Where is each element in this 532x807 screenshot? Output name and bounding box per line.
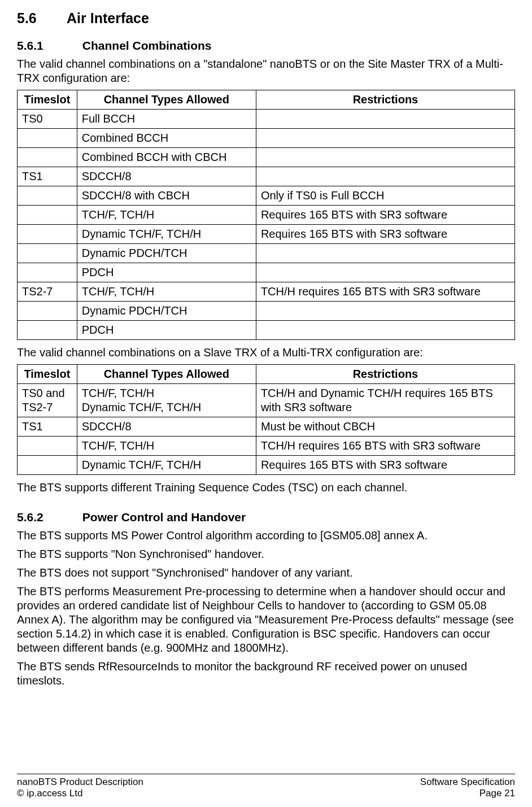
table-cell: [256, 129, 514, 148]
table-cell: Requires 165 BTS with SR3 software: [256, 206, 514, 225]
table-row: PDCH: [18, 321, 515, 340]
table-cell: TS2-7: [18, 282, 77, 302]
subsection-2-number: 5.6.2: [17, 511, 79, 524]
page-footer: nanoBTS Product Description © ip.access …: [17, 774, 515, 799]
subsection-1-mid: The valid channel combinations on a Slav…: [17, 346, 515, 360]
subsection-2-title: Power Control and Handover: [82, 511, 246, 524]
table-cell: [18, 321, 77, 340]
col-restrictions: Restrictions: [256, 90, 514, 110]
table-cell: TS0 and TS2-7: [18, 384, 77, 417]
table-row: Combined BCCH with CBCH: [18, 148, 515, 167]
table-row: PDCH: [18, 263, 515, 282]
table-cell: TCH/F, TCH/H: [77, 437, 256, 456]
table-row: Dynamic PDCH/TCH: [18, 302, 515, 321]
col-timeslot: Timeslot: [18, 365, 77, 384]
table-cell: Dynamic TCH/F, TCH/H: [77, 225, 256, 244]
col-channel-types: Channel Types Allowed: [77, 365, 256, 384]
table-cell: [256, 302, 514, 321]
footer-copyright: © ip.access Ltd: [17, 788, 143, 799]
table-cell: TCH/H requires 165 BTS with SR3 software: [256, 282, 514, 302]
col-restrictions: Restrictions: [256, 365, 514, 384]
table-row: TS1SDCCH/8: [18, 167, 515, 186]
table-cell: SDCCH/8 with CBCH: [77, 186, 256, 206]
subsection-1-heading: 5.6.1 Channel Combinations: [17, 39, 515, 53]
footer-doc-title: nanoBTS Product Description: [17, 777, 143, 788]
table-cell: TCH/F, TCH/H: [77, 282, 256, 302]
table-cell: TCH/H and Dynamic TCH/H requires 165 BTS…: [256, 384, 514, 417]
section-title: Air Interface: [67, 10, 149, 26]
section-number: 5.6: [17, 10, 63, 27]
table-cell: [18, 225, 77, 244]
table-cell: TCH/F, TCH/HDynamic TCH/F, TCH/H: [77, 384, 256, 417]
table-cell: Must be without CBCH: [256, 417, 514, 437]
table-cell: [256, 167, 514, 186]
table-cell: [18, 206, 77, 225]
table-cell: [256, 110, 514, 129]
col-timeslot: Timeslot: [18, 90, 77, 110]
table-cell: Full BCCH: [77, 110, 256, 129]
page-content: 5.6 Air Interface 5.6.1 Channel Combinat…: [17, 10, 515, 774]
subsection-2-heading: 5.6.2 Power Control and Handover: [17, 511, 515, 524]
channel-table-2: Timeslot Channel Types Allowed Restricti…: [17, 364, 515, 475]
subsection-1-intro: The valid channel combinations on a "sta…: [17, 57, 515, 85]
subsection-1-number: 5.6.1: [17, 39, 79, 53]
table-cell: Requires 165 BTS with SR3 software: [256, 456, 514, 475]
table-cell: Combined BCCH with CBCH: [77, 148, 256, 167]
table-cell: Dynamic TCH/F, TCH/H: [77, 456, 256, 475]
table-row: Dynamic TCH/F, TCH/HRequires 165 BTS wit…: [18, 225, 515, 244]
subsection-1-outro: The BTS supports different Training Sequ…: [17, 481, 515, 495]
footer-page: Page 21: [420, 788, 515, 799]
body-paragraph: The BTS supports "Non Synchronised" hand…: [17, 547, 515, 561]
table-cell: Only if TS0 is Full BCCH: [256, 186, 514, 206]
table-cell: [256, 244, 514, 263]
subsection-1-title: Channel Combinations: [82, 39, 212, 52]
table-row: Combined BCCH: [18, 129, 515, 148]
table-cell: [18, 244, 77, 263]
table-cell: [256, 263, 514, 282]
table-cell: SDCCH/8: [77, 417, 256, 437]
col-channel-types: Channel Types Allowed: [77, 90, 256, 110]
table-cell: PDCH: [77, 263, 256, 282]
table-cell: Dynamic PDCH/TCH: [77, 302, 256, 321]
footer-spec: Software Specification: [420, 777, 515, 788]
table-cell: TS1: [18, 167, 77, 186]
table-row: Dynamic PDCH/TCH: [18, 244, 515, 263]
table-cell: [18, 456, 77, 475]
table-cell: TCH/H requires 165 BTS with SR3 software: [256, 437, 514, 456]
table-row: TCH/F, TCH/HTCH/H requires 165 BTS with …: [18, 437, 515, 456]
channel-table-1: Timeslot Channel Types Allowed Restricti…: [17, 90, 515, 340]
table-cell: Dynamic PDCH/TCH: [77, 244, 256, 263]
table-cell: [18, 263, 77, 282]
table-row: SDCCH/8 with CBCHOnly if TS0 is Full BCC…: [18, 186, 515, 206]
section-heading: 5.6 Air Interface: [17, 10, 515, 27]
table-cell: [256, 148, 514, 167]
table-cell: [18, 437, 77, 456]
table-cell: Combined BCCH: [77, 129, 256, 148]
table-row: TS0Full BCCH: [18, 110, 515, 129]
table-row: TS0 and TS2-7TCH/F, TCH/HDynamic TCH/F, …: [18, 384, 515, 417]
table-cell: TCH/F, TCH/H: [77, 206, 256, 225]
table-header-row: Timeslot Channel Types Allowed Restricti…: [18, 90, 515, 110]
body-paragraph: The BTS supports MS Power Control algori…: [17, 529, 515, 543]
table-header-row: Timeslot Channel Types Allowed Restricti…: [18, 365, 515, 384]
table-cell: [18, 148, 77, 167]
body-paragraph: The BTS performs Measurement Pre-process…: [17, 584, 515, 655]
table-row: Dynamic TCH/F, TCH/HRequires 165 BTS wit…: [18, 456, 515, 475]
table-row: TCH/F, TCH/HRequires 165 BTS with SR3 so…: [18, 206, 515, 225]
table-cell: TS1: [18, 417, 77, 437]
table-cell: PDCH: [77, 321, 256, 340]
body-paragraph: The BTS does not support "Synchronised" …: [17, 566, 515, 580]
table-cell: SDCCH/8: [77, 167, 256, 186]
table-cell: [18, 129, 77, 148]
table-cell: TS0: [18, 110, 77, 129]
body-paragraph: The BTS sends RfResourceInds to monitor …: [17, 660, 515, 688]
table-cell: [18, 186, 77, 206]
table-cell: [18, 302, 77, 321]
table-row: TS1SDCCH/8Must be without CBCH: [18, 417, 515, 437]
table-cell: [256, 321, 514, 340]
table-row: TS2-7TCH/F, TCH/HTCH/H requires 165 BTS …: [18, 282, 515, 302]
table-cell: Requires 165 BTS with SR3 software: [256, 225, 514, 244]
